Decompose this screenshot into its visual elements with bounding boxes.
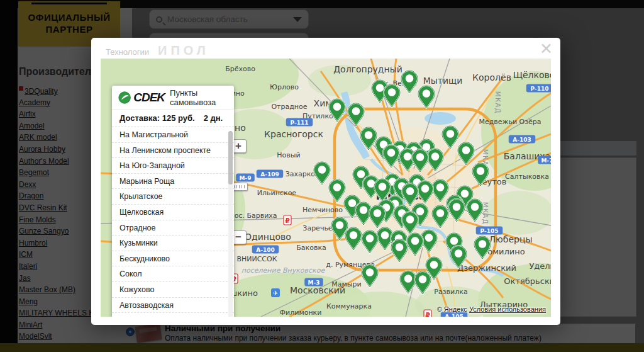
road-badge-label: А-109: [260, 171, 279, 178]
pickup-point-item[interactable]: Марьина Роща: [112, 174, 234, 190]
pickup-point-item[interactable]: Кузьминки: [112, 236, 234, 251]
screen: ОФИЦИАЛЬНЫЙ ПАРТНЕР Производители 3DQual…: [0, 0, 644, 352]
scrollbar-thumb[interactable]: [228, 131, 233, 185]
pickup-point-item[interactable]: Отрадное: [112, 220, 234, 236]
map-town-label: Одинцово: [245, 232, 291, 242]
pickup-point-item[interactable]: Бескудниково: [112, 251, 234, 267]
mkad-label: МКАД: [494, 91, 501, 114]
map-town-label: Октябрьский: [504, 276, 551, 286]
map-district-label: поселение Внуковское: [242, 266, 326, 275]
road-badge-label: Р-105: [480, 228, 498, 234]
map-attribution: © Яндекс Условия использования: [437, 305, 546, 313]
road-badge-label: М-3: [308, 280, 320, 286]
airport-glyph: ✈: [273, 290, 278, 297]
map-town-label: Королёв: [472, 72, 511, 82]
pickup-point-item[interactable]: Автозаводская: [112, 298, 234, 314]
pickup-point-item[interactable]: На Юго-Западной: [112, 158, 234, 174]
map-town-label: Заречье: [303, 224, 333, 232]
cdek-panel-header: CDEK Пункты самовывоза: [112, 86, 234, 110]
map-town-label: Филимонки: [280, 309, 322, 317]
road-badge-label: Р-111: [290, 120, 308, 126]
ruble-poi-glyph: ₽: [425, 311, 430, 317]
delivery-price: Доставка: 125 руб.: [119, 113, 195, 123]
pickup-panel-title: Пункты самовывоза: [170, 88, 234, 107]
map-town-label: Новый: [277, 151, 300, 159]
pickup-points-modal: Технологии ИПОЛ ✕: [91, 38, 560, 325]
map-town-label: Развилка: [434, 288, 467, 296]
map-town-label: Московский: [290, 285, 345, 295]
pickup-list-scrollbar[interactable]: [228, 131, 233, 317]
brand-logo: ИПОЛ: [158, 43, 209, 58]
map-town-label: Удельная: [529, 261, 551, 271]
pickup-point-item[interactable]: Крылатское: [112, 189, 234, 205]
pickup-point-item[interactable]: На Магистральной: [112, 127, 234, 143]
brand-prefix: Технологии: [106, 47, 149, 57]
yandex-map[interactable]: БрёховоКозиноЮрловоОтрадноеХимкиДолгопру…: [101, 59, 551, 317]
road-badge-label: А-105: [445, 314, 464, 317]
map-town-label: Красногорск: [264, 129, 323, 139]
map-town-label: Дзержинский: [457, 263, 516, 273]
map-town-label: Долгопрудный: [333, 64, 402, 74]
map-town-label: пос. Барвиха: [230, 212, 277, 220]
cdek-logo-text: CDEK: [133, 91, 165, 105]
pickup-point-item[interactable]: Кожухово: [112, 282, 234, 298]
map-town-label: Ильинское: [257, 189, 297, 197]
close-icon[interactable]: ✕: [540, 41, 553, 57]
delivery-info-row: Доставка: 125 руб. 2 дн.: [112, 110, 234, 127]
map-town-label: Юрлово: [270, 83, 299, 91]
yandex-copyright: © Яндекс: [437, 305, 467, 313]
map-town-label: Брёхово: [225, 65, 255, 73]
map-town-label: Отрадное: [271, 103, 307, 111]
map-town-label: Щёлково: [513, 70, 551, 80]
terms-of-use-link[interactable]: Условия использования: [469, 305, 546, 313]
delivery-days: 2 дн.: [204, 113, 223, 123]
road-badge-label: М-9: [240, 175, 252, 181]
map-town-label: Баковка: [296, 244, 326, 252]
pickup-point-item[interactable]: Сокол: [112, 266, 234, 282]
pickup-points-list: На МагистральнойНа Ленинском проспектеНа…: [112, 127, 234, 317]
map-town-label: Люберцы: [489, 234, 532, 244]
map-town-label: Медвежьи Озёра: [479, 118, 541, 126]
cdek-logo-icon: [118, 90, 131, 105]
pickup-point-item[interactable]: Склад (Дзержинский): [112, 313, 234, 317]
road-badge-label: А-100: [256, 247, 275, 253]
pickup-point-item[interactable]: Щелковская: [112, 205, 234, 220]
ruble-poi-glyph: ₽: [285, 217, 290, 225]
pickup-point-item[interactable]: На Ленинском проспекте: [112, 143, 234, 159]
cdek-pickup-panel: CDEK Пункты самовывоза Доставка: 125 руб…: [112, 86, 234, 317]
map-town-label: Мытищи: [423, 76, 463, 86]
map-town-label: Немчиново: [303, 206, 343, 214]
road-badge-label: Р-110: [530, 86, 548, 92]
map-town-label: Салтыковка: [505, 173, 549, 181]
brand-row: Технологии ИПОЛ: [106, 43, 209, 58]
map-town-label: Коммунарка: [326, 302, 372, 310]
road-badge-label: А-103: [513, 137, 531, 143]
road-badge-label: М-7: [541, 157, 551, 164]
